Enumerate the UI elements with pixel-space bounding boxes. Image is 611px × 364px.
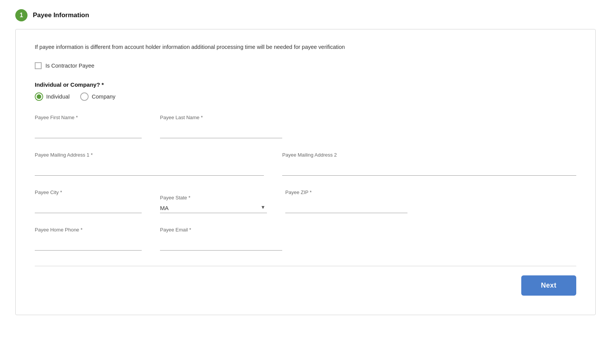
- phone-email-row: Payee Home Phone * Payee Email *: [35, 227, 576, 251]
- city-state-zip-row: Payee City * Payee State * MA AL AK AZ A…: [35, 189, 576, 213]
- city-label: Payee City *: [35, 189, 62, 195]
- entity-type-group: Individual or Company? * Individual Comp…: [35, 81, 576, 101]
- next-button[interactable]: Next: [521, 275, 576, 296]
- state-label: Payee State *: [160, 195, 191, 201]
- phone-input[interactable]: [35, 235, 142, 251]
- form-card: If payee information is different from a…: [15, 29, 596, 315]
- address1-label: Payee Mailing Address 1 *: [35, 152, 93, 158]
- contractor-checkbox[interactable]: [35, 62, 42, 69]
- zip-input[interactable]: [285, 197, 407, 213]
- page-title: Payee Information: [33, 11, 89, 19]
- email-input[interactable]: [160, 235, 282, 251]
- state-select[interactable]: MA AL AK AZ AR CA CO CT DE FL GA HI ID I…: [160, 202, 267, 213]
- last-name-label: Payee Last Name *: [160, 115, 203, 120]
- radio-row: Individual Company: [35, 92, 576, 101]
- first-name-field: Payee First Name *: [35, 115, 142, 138]
- last-name-field: Payee Last Name *: [160, 115, 282, 138]
- contractor-checkbox-label: Is Contractor Payee: [45, 63, 94, 69]
- city-input[interactable]: [35, 197, 142, 213]
- name-row: Payee First Name * Payee Last Name *: [35, 115, 576, 138]
- first-name-input[interactable]: [35, 122, 142, 138]
- address2-label: Payee Mailing Address 2: [282, 152, 337, 158]
- address-row: Payee Mailing Address 1 * Payee Mailing …: [35, 152, 576, 176]
- first-name-label: Payee First Name *: [35, 115, 78, 120]
- section-header: 1 Payee Information: [15, 9, 596, 21]
- zip-label: Payee ZIP *: [285, 189, 312, 195]
- state-field: Payee State * MA AL AK AZ AR CA CO CT DE…: [160, 195, 267, 213]
- page-container: 1 Payee Information If payee information…: [0, 0, 611, 324]
- contractor-checkbox-row: Is Contractor Payee: [35, 62, 576, 69]
- email-label: Payee Email *: [160, 227, 191, 233]
- city-field: Payee City *: [35, 189, 142, 213]
- radio-individual-label: Individual: [46, 94, 70, 100]
- step-badge: 1: [15, 9, 27, 21]
- address1-input[interactable]: [35, 160, 264, 176]
- address2-input[interactable]: [282, 160, 576, 176]
- address1-field: Payee Mailing Address 1 *: [35, 152, 264, 176]
- phone-label: Payee Home Phone *: [35, 227, 82, 233]
- footer-row: Next: [35, 266, 576, 296]
- radio-individual-circle[interactable]: [35, 92, 43, 101]
- address2-field: Payee Mailing Address 2: [282, 152, 576, 176]
- entity-type-label: Individual or Company? *: [35, 81, 576, 88]
- phone-field: Payee Home Phone *: [35, 227, 142, 251]
- info-text: If payee information is different from a…: [35, 43, 576, 52]
- email-field: Payee Email *: [160, 227, 282, 251]
- radio-company[interactable]: Company: [80, 92, 115, 101]
- radio-company-circle[interactable]: [80, 92, 89, 101]
- radio-company-label: Company: [92, 94, 115, 100]
- last-name-input[interactable]: [160, 122, 282, 138]
- radio-individual[interactable]: Individual: [35, 92, 70, 101]
- zip-field: Payee ZIP *: [285, 189, 407, 213]
